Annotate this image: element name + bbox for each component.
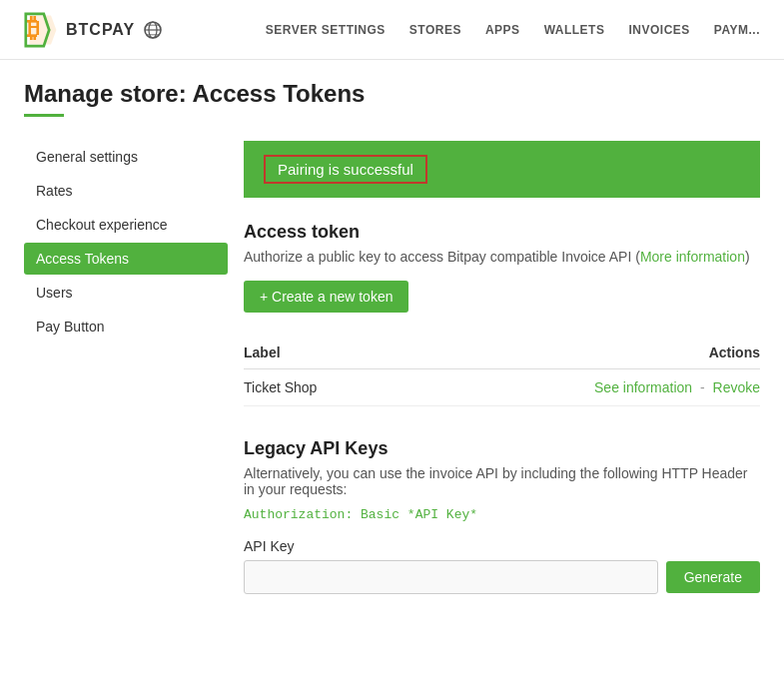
api-key-label: API Key [244, 538, 760, 554]
generate-button[interactable]: Generate [666, 561, 760, 593]
table-header-label: Label [244, 337, 402, 369]
table-row: Ticket Shop See information - Revoke [244, 369, 760, 406]
nav-links: SERVER SETTINGS STORES APPS WALLETS INVO… [266, 23, 760, 37]
title-underline [24, 114, 64, 117]
svg-text:₿: ₿ [27, 14, 40, 42]
legacy-api-code: Authorization: Basic *API Key* [244, 507, 760, 522]
sidebar-item-checkout-experience[interactable]: Checkout experience [24, 209, 228, 241]
nav-stores[interactable]: STORES [409, 23, 461, 37]
layout: General settings Rates Checkout experien… [24, 141, 760, 594]
tor-icon [141, 18, 165, 42]
access-token-desc: Authorize a public key to access Bitpay … [244, 249, 760, 265]
legacy-api-keys-title: Legacy API Keys [244, 438, 760, 459]
sidebar: General settings Rates Checkout experien… [24, 141, 244, 594]
nav-invoices[interactable]: INVOICES [628, 23, 689, 37]
table-header-actions: Actions [402, 337, 760, 369]
access-token-title: Access token [244, 222, 760, 243]
see-information-link[interactable]: See information [594, 379, 692, 395]
api-key-row: Generate [244, 560, 760, 594]
btcpay-logo-icon: ₿ [24, 12, 60, 48]
token-label: Ticket Shop [244, 369, 402, 406]
action-separator: - [700, 379, 705, 395]
success-banner-text: Pairing is successful [264, 155, 427, 184]
sidebar-item-rates[interactable]: Rates [24, 175, 228, 207]
create-new-token-button[interactable]: + Create a new token [244, 281, 408, 313]
more-info-link[interactable]: More information [640, 249, 745, 265]
sidebar-item-general-settings[interactable]: General settings [24, 141, 228, 173]
revoke-link[interactable]: Revoke [713, 379, 760, 395]
legacy-api-keys-desc: Alternatively, you can use the invoice A… [244, 465, 760, 497]
api-key-input[interactable] [244, 560, 658, 594]
success-banner: Pairing is successful [244, 141, 760, 198]
token-table: Label Actions Ticket Shop See informatio… [244, 337, 760, 406]
page-title: Manage store: Access Tokens [24, 80, 760, 108]
brand: ₿ BTCPAY [24, 12, 165, 48]
sidebar-item-users[interactable]: Users [24, 277, 228, 309]
sidebar-item-access-tokens[interactable]: Access Tokens [24, 243, 228, 275]
nav-server-settings[interactable]: SERVER SETTINGS [266, 23, 386, 37]
token-actions: See information - Revoke [402, 369, 760, 406]
brand-name: BTCPAY [66, 21, 135, 39]
content: Pairing is successful Access token Autho… [244, 141, 760, 594]
nav-apps[interactable]: APPS [485, 23, 520, 37]
nav-wallets[interactable]: WALLETS [544, 23, 605, 37]
page-container: Manage store: Access Tokens General sett… [0, 60, 784, 614]
nav-payments[interactable]: PAYM... [714, 23, 760, 37]
sidebar-item-pay-button[interactable]: Pay Button [24, 311, 228, 342]
navbar: ₿ BTCPAY SERVER SETTINGS STORES APPS WAL… [0, 0, 784, 60]
